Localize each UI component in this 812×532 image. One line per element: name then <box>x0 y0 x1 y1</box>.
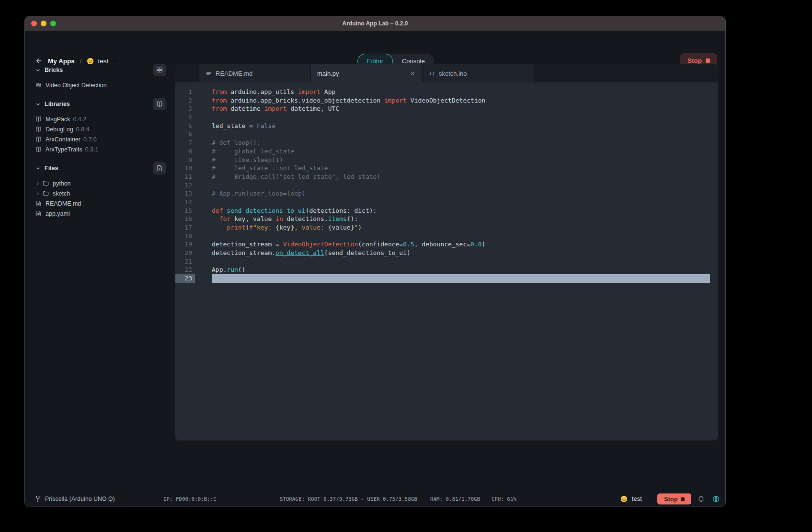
code-line-8[interactable]: 8# global led_state <box>175 147 718 156</box>
sidebar-item-sketch[interactable]: sketch <box>35 188 166 198</box>
code-line-20[interactable]: 20detection_stream.on_detect_all(send_de… <box>175 249 718 257</box>
code-text: # Bridge.call("set_led_state", led_state… <box>212 173 710 181</box>
sidebar-item-python[interactable]: python <box>35 178 166 188</box>
maximize-window-button[interactable] <box>50 21 56 26</box>
code-line-3[interactable]: 3from datetime import datetime, UTC <box>175 104 718 113</box>
code-text: # global led_state <box>212 147 710 156</box>
code-line-9[interactable]: 9# time.sleep(1) <box>175 156 718 164</box>
code-line-22[interactable]: 22App.run() <box>175 266 718 274</box>
line-number: 18 <box>175 232 195 241</box>
code-line-23[interactable]: 23 <box>175 274 718 283</box>
statusbar: Priscella (Arduino UNO Q) IP: FD00:0:0:B… <box>25 491 725 507</box>
gutter-gap <box>195 266 212 274</box>
editor-tab-readme-md[interactable]: README.md <box>199 64 311 82</box>
sidebar-item-app-yaml[interactable]: app.yaml <box>35 208 166 219</box>
code-line-6[interactable]: 6 <box>175 130 718 139</box>
code-text: for key, value in detections.items(): <box>212 215 710 223</box>
code-line-17[interactable]: 17 print(f"key: {key}, value: {value}") <box>175 223 718 232</box>
close-window-button[interactable] <box>31 21 37 26</box>
bell-icon[interactable] <box>698 496 705 503</box>
app-name-status: test <box>632 496 642 502</box>
code-line-11[interactable]: 11# Bridge.call("set_led_state", led_sta… <box>175 173 718 181</box>
code-line-14[interactable]: 14 <box>175 198 718 207</box>
ip-status: IP: FD00:0:0:B::C <box>163 496 217 502</box>
section-list: MsgPack0.4.2DebugLog0.8.4ArxContainer0.7… <box>35 114 166 154</box>
gutter-gap <box>195 249 212 257</box>
item-label: MsgPack <box>46 116 70 123</box>
line-number: 23 <box>175 274 195 283</box>
code-line-10[interactable]: 10# led_state = not led_state <box>175 164 718 173</box>
gutter-gap <box>195 96 212 105</box>
markdown-icon <box>206 70 212 77</box>
folder-icon <box>43 190 49 197</box>
code-line-21[interactable]: 21 <box>175 257 718 266</box>
code-line-13[interactable]: 13# App.run(user_loop=loop) <box>175 189 718 198</box>
section-list: Video Object Detection <box>35 80 166 90</box>
files-action-button[interactable] <box>153 162 166 174</box>
code-text: def send_detections_to_ui(detections: di… <box>212 207 710 215</box>
gutter-gap <box>195 104 212 113</box>
item-label: README.md <box>46 200 81 207</box>
code-text: # time.sleep(1) <box>212 156 710 164</box>
code-text: App.run() <box>212 266 710 274</box>
code-text <box>212 232 710 241</box>
code-text <box>212 274 710 283</box>
section-collapse-toggle[interactable]: Bricks <box>35 67 63 73</box>
globe-icon[interactable] <box>712 496 720 503</box>
line-number: 3 <box>175 104 195 113</box>
section-collapse-toggle[interactable]: Libraries <box>35 101 70 107</box>
gutter-gap <box>195 198 212 207</box>
sidebar-item-arxtypetraits[interactable]: ArxTypeTraits0.3.1 <box>35 144 166 154</box>
code-line-1[interactable]: 1from arduino.app_utils import App <box>175 88 718 96</box>
sidebar-section-files: FilespythonsketchREADME.mdapp.yaml <box>35 162 166 219</box>
code-line-16[interactable]: 16 for key, value in detections.items(): <box>175 215 718 223</box>
sidebar-item-debuglog[interactable]: DebugLog0.8.4 <box>35 124 166 134</box>
cpu-status: CPU: 61% <box>492 496 516 502</box>
code-line-5[interactable]: 5led_state = False <box>175 122 718 130</box>
code-text: # App.run(user_loop=loop) <box>212 189 710 198</box>
code-line-19[interactable]: 19detection_stream = VideoObjectDetectio… <box>175 240 718 249</box>
gutter-gap <box>195 164 212 173</box>
tab-label: sketch.ino <box>439 70 467 77</box>
item-label: Video Object Detection <box>46 82 107 89</box>
sidebar-item-arxcontainer[interactable]: ArxContainer0.7.0 <box>35 134 166 144</box>
line-number: 1 <box>175 88 195 96</box>
code-line-4[interactable]: 4 <box>175 113 718 122</box>
editor-tab-sketch-ino[interactable]: sketch.ino <box>423 64 534 82</box>
code-text: # def loop(): <box>212 139 710 147</box>
code-editor[interactable]: 1from arduino.app_utils import App2from … <box>175 82 718 440</box>
gutter-gap <box>195 223 212 232</box>
file-icon <box>35 210 42 217</box>
titlebar: Arduino App Lab – 0.2.0 <box>25 16 725 31</box>
code-text <box>212 113 710 122</box>
item-version: 0.3.1 <box>85 146 99 153</box>
tab-close-button[interactable] <box>410 70 416 77</box>
gutter-gap <box>195 139 212 147</box>
code-line-15[interactable]: 15def send_detections_to_ui(detections: … <box>175 207 718 215</box>
editor-tab-main-py[interactable]: main.py <box>311 64 423 82</box>
sidebar-sections: BricksVideo Object DetectionLibrariesMsg… <box>25 64 175 226</box>
code-line-12[interactable]: 12 <box>175 181 718 190</box>
line-number: 11 <box>175 173 195 181</box>
line-number: 9 <box>175 156 195 164</box>
item-version: 0.4.2 <box>73 116 86 123</box>
bricks-action-button[interactable] <box>153 64 166 76</box>
code-line-7[interactable]: 7# def loop(): <box>175 139 718 147</box>
gutter-gap <box>195 181 212 190</box>
line-number: 8 <box>175 147 195 156</box>
code-line-18[interactable]: 18 <box>175 232 718 241</box>
book-icon <box>35 136 42 142</box>
minimize-window-button[interactable] <box>41 21 46 26</box>
section-collapse-toggle[interactable]: Files <box>35 165 58 172</box>
sidebar-item-msgpack[interactable]: MsgPack0.4.2 <box>35 114 166 124</box>
section-title: Files <box>45 165 58 172</box>
libraries-action-button[interactable] <box>153 98 166 110</box>
gutter-gap <box>195 88 212 96</box>
line-number: 21 <box>175 257 195 266</box>
item-label: ArxContainer <box>46 136 80 143</box>
stop-button-statusbar[interactable]: Stop <box>657 494 691 505</box>
device-status[interactable]: Priscella (Arduino UNO Q) <box>34 496 115 502</box>
sidebar-item-video-object-detection[interactable]: Video Object Detection <box>35 80 166 90</box>
sidebar-item-readme-md[interactable]: README.md <box>35 198 166 208</box>
code-line-2[interactable]: 2from arduino.app_bricks.video_objectdet… <box>175 96 718 105</box>
